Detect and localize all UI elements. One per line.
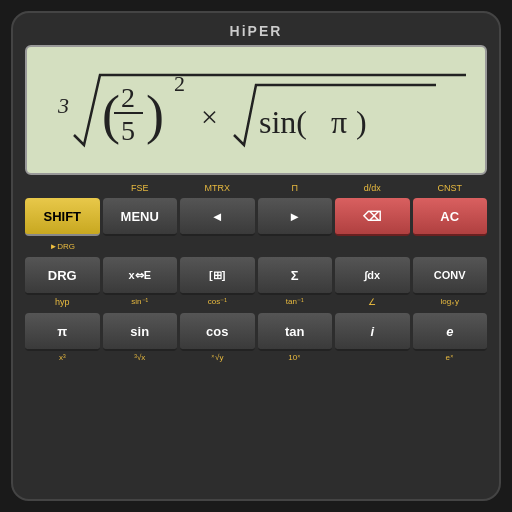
x3-label: x³	[25, 353, 100, 365]
drg-button[interactable]: DRG	[25, 257, 100, 295]
angle-label: ∠	[335, 297, 410, 309]
backspace-button[interactable]: ⌫	[335, 198, 410, 236]
ddx-label: d/dx	[335, 183, 410, 195]
cnst-label: CNST	[413, 183, 488, 195]
drg-top-label: ►DRG	[25, 242, 100, 254]
sin-inv-label: sin⁻¹	[103, 297, 178, 309]
empty4	[335, 242, 410, 254]
empty2	[180, 242, 255, 254]
tan-button[interactable]: tan	[258, 313, 333, 351]
sin-button[interactable]: sin	[103, 313, 178, 351]
left-button[interactable]: ◄	[180, 198, 255, 236]
svg-text:2: 2	[174, 71, 185, 96]
10x-label: 10ˣ	[258, 353, 333, 365]
right-button[interactable]: ►	[258, 198, 333, 236]
e-button[interactable]: e	[413, 313, 488, 351]
sigma-button[interactable]: Σ	[258, 257, 333, 295]
empty6	[335, 353, 410, 365]
cbrtx-label: ³√x	[103, 353, 178, 365]
xrty-label: ˣ√y	[180, 353, 255, 365]
mtrx-label: MTRX	[180, 183, 255, 195]
svg-text:2: 2	[121, 82, 135, 113]
fse-label: FSE	[103, 183, 178, 195]
empty1	[103, 242, 178, 254]
buttons-area: FSE MTRX Π d/dx CNST SHIFT MENU ◄ ► ⌫ AC…	[25, 183, 487, 365]
logxy-label: logₓy	[413, 297, 488, 309]
svg-text:(: (	[102, 85, 120, 145]
tan-inv-label: tan⁻¹	[258, 297, 333, 309]
intdx-button[interactable]: ∫dx	[335, 257, 410, 295]
hyp-label: hyp	[25, 297, 100, 309]
i-button[interactable]: i	[335, 313, 410, 351]
matrix-button[interactable]: [⊞]	[180, 257, 255, 295]
pi-label: Π	[258, 183, 333, 195]
xe-button[interactable]: x⇔E	[103, 257, 178, 295]
display-screen: 3 ( 2 5 ) 2 × sin(	[25, 45, 487, 175]
ac-button[interactable]: AC	[413, 198, 488, 236]
ex-label: eˣ	[413, 353, 488, 365]
button-row-2: DRG x⇔E [⊞] Σ ∫dx CONV	[25, 257, 487, 295]
svg-text:): )	[146, 85, 164, 145]
svg-text:π: π	[331, 104, 347, 140]
menu-button[interactable]: MENU	[103, 198, 178, 236]
svg-text:): )	[356, 104, 367, 140]
empty3	[258, 242, 333, 254]
svg-text:×: ×	[201, 100, 218, 133]
cos-inv-label: cos⁻¹	[180, 297, 255, 309]
pi-button[interactable]: π	[25, 313, 100, 351]
svg-text:sin(: sin(	[259, 104, 307, 140]
cos-button[interactable]: cos	[180, 313, 255, 351]
button-row-3: π sin cos tan i e	[25, 313, 487, 351]
button-row-1: SHIFT MENU ◄ ► ⌫ AC	[25, 198, 487, 236]
conv-button[interactable]: CONV	[413, 257, 488, 295]
calculator: HiPER 3 ( 2 5 ) 2 ×	[11, 11, 501, 501]
empty5	[413, 242, 488, 254]
svg-text:5: 5	[121, 115, 135, 146]
shift-button[interactable]: SHIFT	[25, 198, 100, 236]
brand-label: HiPER	[230, 23, 283, 39]
svg-text:3: 3	[57, 93, 69, 118]
